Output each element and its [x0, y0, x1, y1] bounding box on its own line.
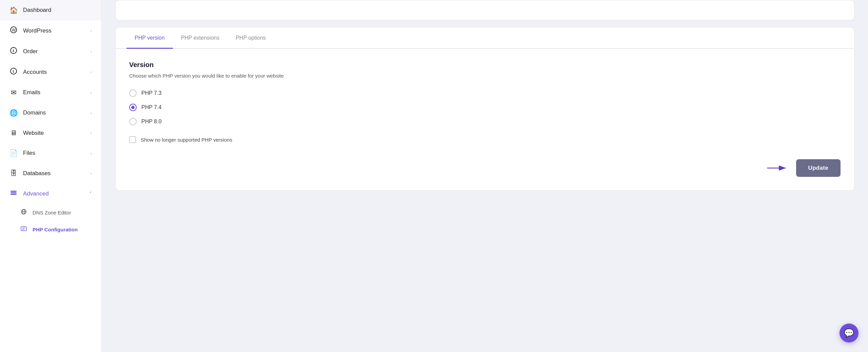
radio-label-php74: PHP 7.4	[141, 104, 161, 110]
sidebar-item-files[interactable]: 📄 Files ›	[0, 143, 101, 163]
arrow-indicator	[766, 161, 789, 175]
wordpress-chevron: ›	[91, 28, 92, 33]
sidebar-subitem-label-php: PHP Configuration	[33, 227, 78, 232]
radio-php74[interactable]: PHP 7.4	[129, 104, 841, 111]
radio-circle-php74	[129, 104, 137, 111]
sidebar: 🏠 Dashboard W WordPress › i Ord	[0, 0, 102, 352]
order-icon: i	[9, 47, 18, 56]
sidebar-subitem-dns-zone-editor[interactable]: DNS Zone Editor	[0, 204, 101, 221]
dashboard-icon: 🏠	[9, 6, 18, 14]
radio-php80[interactable]: PHP 8.0	[129, 118, 841, 125]
sidebar-label-website: Website	[23, 130, 44, 137]
accounts-icon: i	[9, 68, 18, 76]
php-version-radio-group: PHP 7.3 PHP 7.4 PHP 8.0	[129, 89, 841, 125]
sidebar-label-accounts: Accounts	[23, 69, 47, 76]
order-chevron: ›	[91, 49, 92, 54]
radio-label-php73: PHP 7.3	[141, 90, 161, 96]
main-content: PHP version PHP extensions PHP options V…	[102, 0, 868, 352]
sidebar-item-emails[interactable]: ✉ Emails ›	[0, 82, 101, 103]
databases-chevron: ›	[91, 171, 92, 176]
website-icon: 🖥	[9, 129, 18, 137]
tab-php-options[interactable]: PHP options	[228, 27, 274, 49]
svg-text:W: W	[12, 28, 16, 33]
advanced-chevron: ˅	[90, 191, 92, 196]
advanced-icon	[9, 189, 18, 198]
sidebar-item-databases[interactable]: 🗄 Databases ›	[0, 163, 101, 183]
sidebar-label-advanced: Advanced	[23, 190, 49, 197]
sidebar-item-wordpress[interactable]: W WordPress ›	[0, 20, 101, 41]
domains-chevron: ›	[91, 110, 92, 116]
files-icon: 📄	[9, 149, 18, 157]
radio-php73[interactable]: PHP 7.3	[129, 89, 841, 97]
support-icon: 💬	[844, 328, 854, 338]
checkbox-box	[129, 136, 136, 143]
accounts-chevron: ›	[91, 69, 92, 75]
sidebar-item-website[interactable]: 🖥 Website ›	[0, 123, 101, 143]
emails-chevron: ›	[91, 90, 92, 95]
radio-label-php80: PHP 8.0	[141, 119, 161, 125]
update-button[interactable]: Update	[796, 159, 841, 177]
sidebar-label-order: Order	[23, 48, 38, 55]
version-description: Choose which PHP version you would like …	[129, 73, 841, 79]
top-card	[115, 0, 854, 20]
website-chevron: ›	[91, 130, 92, 136]
sidebar-label-domains: Domains	[23, 109, 46, 116]
sidebar-subitem-label-dns: DNS Zone Editor	[33, 210, 71, 215]
tab-php-extensions[interactable]: PHP extensions	[173, 27, 228, 49]
sidebar-label-wordpress: WordPress	[23, 27, 52, 34]
php-configuration-icon	[20, 226, 27, 233]
domains-icon: 🌐	[9, 109, 18, 117]
php-card: PHP version PHP extensions PHP options V…	[115, 27, 854, 191]
php-tabs: PHP version PHP extensions PHP options	[116, 27, 854, 49]
sidebar-item-order[interactable]: i Order ›	[0, 41, 101, 62]
sidebar-item-advanced[interactable]: Advanced ˅	[0, 183, 101, 204]
support-bubble[interactable]: 💬	[840, 324, 859, 343]
arrow-svg	[766, 161, 789, 175]
php-version-content: Version Choose which PHP version you wou…	[116, 49, 854, 190]
svg-rect-7	[11, 192, 17, 193]
emails-icon: ✉	[9, 88, 18, 97]
top-card-text	[126, 7, 128, 13]
radio-circle-php80	[129, 118, 137, 125]
sidebar-item-dashboard[interactable]: 🏠 Dashboard	[0, 0, 101, 20]
sidebar-label-emails: Emails	[23, 89, 40, 96]
dns-zone-editor-icon	[20, 209, 27, 216]
show-unsupported-checkbox[interactable]: Show no longer supported PHP versions	[129, 136, 841, 143]
radio-circle-php73	[129, 89, 137, 97]
tab-php-version[interactable]: PHP version	[126, 27, 173, 49]
sidebar-subitem-php-configuration[interactable]: PHP Configuration	[0, 221, 101, 238]
update-button-row: Update	[129, 159, 841, 177]
svg-rect-12	[21, 227, 26, 231]
sidebar-label-files: Files	[23, 150, 35, 157]
version-title: Version	[129, 61, 841, 69]
databases-icon: 🗄	[9, 169, 18, 177]
checkbox-label: Show no longer supported PHP versions	[141, 137, 232, 143]
sidebar-item-domains[interactable]: 🌐 Domains ›	[0, 103, 101, 123]
svg-text:i: i	[13, 48, 14, 53]
sidebar-label-dashboard: Dashboard	[23, 7, 51, 14]
sidebar-label-databases: Databases	[23, 170, 51, 177]
svg-rect-6	[11, 191, 17, 192]
wordpress-icon: W	[9, 26, 18, 35]
svg-rect-8	[11, 194, 17, 195]
files-chevron: ›	[91, 151, 92, 156]
svg-text:i: i	[13, 69, 14, 74]
sidebar-item-accounts[interactable]: i Accounts ›	[0, 62, 101, 82]
